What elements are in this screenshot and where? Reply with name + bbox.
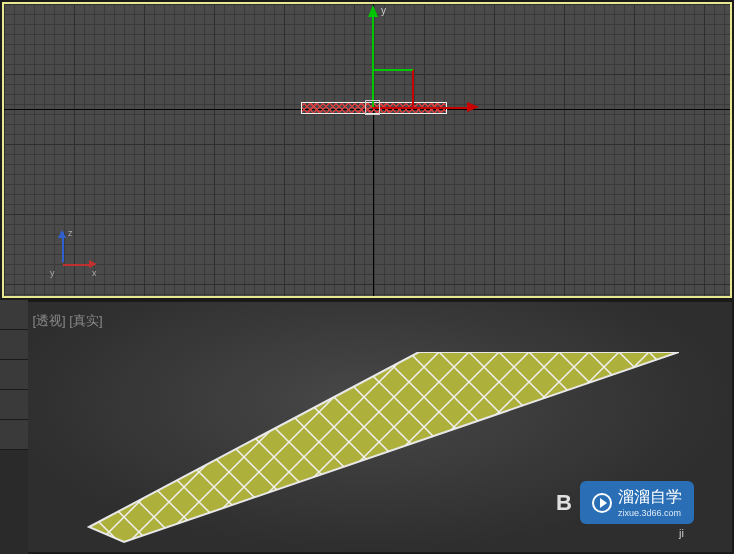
- axis-label-y: y: [381, 5, 386, 16]
- gizmo-y-arrow-icon[interactable]: [368, 5, 378, 17]
- grid-major: [4, 4, 730, 296]
- x-arrow-icon: [89, 260, 97, 268]
- watermark-sub: ji: [679, 527, 684, 539]
- left-toolbar: [0, 300, 28, 554]
- viewport-view-menu[interactable]: [透视]: [32, 313, 65, 328]
- gizmo-origin[interactable]: [365, 100, 380, 115]
- toolbar-button[interactable]: [0, 420, 28, 450]
- viewport-container: y z x y [+] [透视] [真实]: [0, 0, 734, 554]
- toolbar-button[interactable]: [0, 330, 28, 360]
- viewport-front[interactable]: y z x y: [2, 2, 732, 298]
- watermark-url: zixue.3d66.com: [618, 508, 682, 518]
- watermark: B 溜溜自学 zixue.3d66.com: [556, 481, 694, 524]
- viewport-shading-menu[interactable]: [真实]: [69, 313, 102, 328]
- gizmo-x-axis[interactable]: [372, 107, 472, 109]
- z-arrow-icon: [58, 230, 66, 238]
- gizmo-xy-plane[interactable]: [374, 69, 414, 107]
- gizmo-x-arrow-icon[interactable]: [467, 102, 479, 112]
- play-icon: [592, 493, 612, 513]
- toolbar-button[interactable]: [0, 300, 28, 330]
- watermark-badge: 溜溜自学 zixue.3d66.com: [580, 481, 694, 524]
- watermark-title: 溜溜自学: [618, 487, 682, 508]
- watermark-prefix: B: [556, 490, 572, 516]
- toolbar-button[interactable]: [0, 360, 28, 390]
- toolbar-button[interactable]: [0, 390, 28, 420]
